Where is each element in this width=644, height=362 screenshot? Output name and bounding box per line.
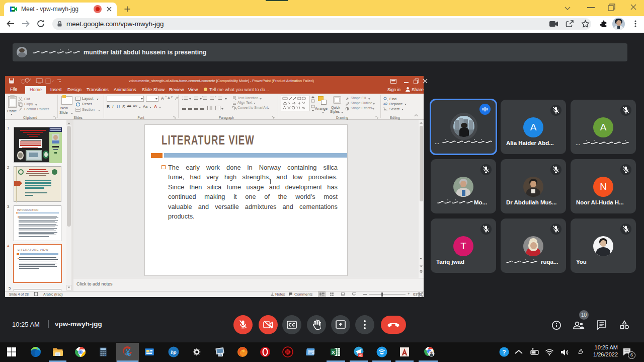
- svg-text:?: ?: [502, 349, 506, 356]
- svg-text:X: X: [332, 349, 335, 355]
- svg-text:45: 45: [359, 354, 363, 357]
- svg-text:hp: hp: [171, 350, 177, 355]
